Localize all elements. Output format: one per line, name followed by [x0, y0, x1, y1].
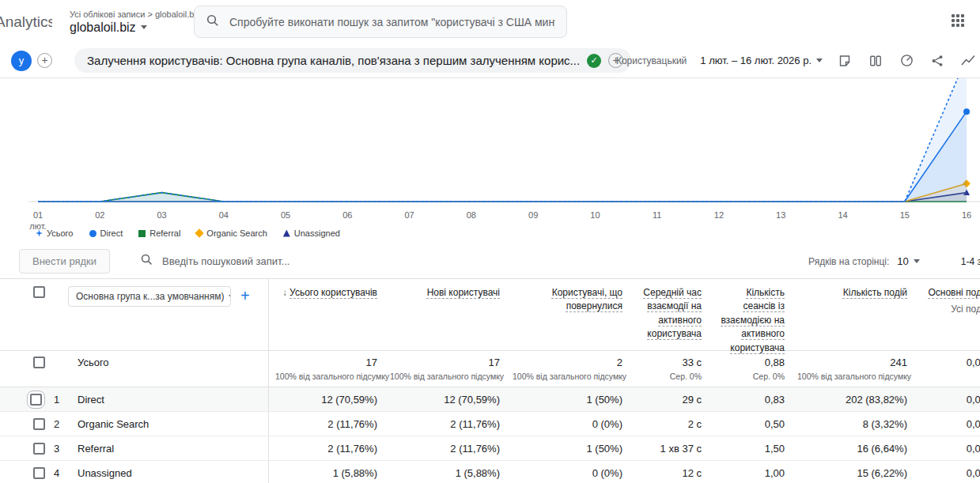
metric-value: 29 с	[629, 387, 708, 411]
triangle-marker-icon	[283, 230, 290, 237]
share-icon[interactable]	[929, 52, 946, 70]
metric-value: 1,00	[708, 461, 791, 483]
add-dimension-button[interactable]: +	[240, 286, 250, 305]
totals-metric-cell: 17100% від загального підсумку	[384, 351, 506, 381]
column-header[interactable]: Кількість сеансів із взаємодією на актив…	[708, 279, 791, 355]
column-header[interactable]: Основні подіїУсі події	[914, 279, 980, 317]
table-search-input[interactable]	[162, 255, 384, 267]
x-axis-label: 12	[702, 209, 736, 221]
table-row: 3Referral2 (11,76%)2 (11,76%)1 (50%)1 хв…	[0, 436, 980, 461]
circle-marker-icon	[89, 230, 96, 237]
x-axis-label: 13	[763, 209, 798, 221]
row-index: 2	[54, 418, 66, 430]
metric-value: 2 (11,76%)	[384, 436, 506, 460]
edit-rows-button[interactable]: Внести рядки	[19, 249, 110, 274]
apps-grid-icon[interactable]	[952, 14, 966, 28]
x-axis-label: 14	[826, 209, 861, 221]
totals-metric-cell: 2100% від загального підсумку	[506, 351, 629, 381]
column-header[interactable]: Нові користувачі	[384, 279, 506, 300]
legend-item[interactable]: Unassigned	[283, 228, 340, 238]
table-row: 2Organic Search2 (11,76%)2 (11,76%)0 (0%…	[0, 412, 980, 436]
date-range-picker[interactable]: 1 лют. – 16 лют. 2026 р.	[700, 55, 823, 66]
select-all-checkbox[interactable]	[33, 286, 45, 298]
totals-row: Усього 17100% від загального підсумку171…	[0, 351, 980, 387]
legend-item[interactable]: Усього	[36, 228, 74, 238]
metric-value: 0,83	[708, 387, 791, 411]
breadcrumb[interactable]: Усі облікові записи > globaloil.biz	[70, 9, 200, 19]
column-header[interactable]: Користувачі, що повернулися	[506, 279, 629, 314]
metric-value: 1 хв 37 с	[629, 436, 708, 460]
data-table: Основна група к...за умовчанням) + ↓Усьо…	[0, 278, 980, 483]
chart-plot	[0, 78, 980, 206]
report-title-pill[interactable]: Залучення користувачів: Основна група ка…	[74, 48, 631, 73]
totals-metric-cell: 33 сСер. 0%	[629, 351, 708, 381]
row-checkbox[interactable]	[33, 467, 45, 479]
x-axis-label: 07	[392, 209, 427, 221]
column-header[interactable]: Середній час взаємодії на активного кори…	[629, 279, 708, 341]
account-selector[interactable]: globaloil.biz	[70, 21, 200, 35]
totals-checkbox[interactable]	[33, 357, 45, 368]
note-icon[interactable]	[836, 52, 853, 70]
table-search[interactable]	[140, 253, 384, 270]
metric-value: 1 (5,88%)	[384, 461, 506, 483]
metric-value: 12 с	[629, 461, 708, 483]
columns-icon[interactable]	[867, 52, 884, 70]
table-header-row: Основна група к...за умовчанням) + ↓Усьо…	[0, 278, 980, 351]
row-index: 1	[54, 394, 66, 406]
dimension-cell: 3Referral	[47, 436, 269, 460]
rows-per-page-label: Рядків на сторінці:	[808, 256, 889, 267]
search-input[interactable]	[229, 16, 555, 28]
legend-item[interactable]: Direct	[89, 228, 123, 238]
pagination-range: 1-4 з 4	[961, 256, 980, 267]
square-marker-icon	[138, 230, 146, 237]
dimension-selector[interactable]: Основна група к...за умовчанням)	[68, 286, 231, 307]
avatar[interactable]: у	[11, 51, 32, 71]
row-checkbox[interactable]	[33, 443, 45, 455]
x-axis-label: 05	[268, 209, 303, 221]
x-axis-label: 02	[82, 209, 117, 221]
x-axis-label: 04	[206, 209, 241, 221]
metric-value: 12 (70,59%)	[384, 387, 506, 411]
metric-value: 12 (70,59%)	[269, 387, 384, 411]
metric-value: 1,50	[708, 436, 791, 460]
row-checkbox[interactable]	[33, 418, 45, 430]
dimension-cell: 1Direct	[47, 387, 269, 411]
insights-icon[interactable]	[959, 52, 977, 70]
metric-value: 2 (11,76%)	[384, 412, 506, 436]
chart-legend: УсьогоDirectReferralOrganic SearchUnassi…	[36, 228, 340, 238]
global-search[interactable]	[194, 6, 567, 38]
rows-per-page-select[interactable]: 10	[897, 255, 919, 267]
column-header[interactable]: Кількість подій	[791, 279, 914, 300]
legend-item[interactable]: Organic Search	[196, 228, 267, 238]
channel-name: Direct	[78, 394, 104, 406]
metric-value: 0,50	[708, 412, 791, 436]
search-icon	[140, 253, 153, 270]
sort-arrow-icon: ↓	[282, 287, 287, 298]
x-axis-label: 09	[516, 209, 551, 221]
events-filter-select[interactable]: Усі події	[920, 303, 980, 316]
totals-label: Усього	[78, 357, 109, 368]
totals-checkbox-cell	[0, 351, 47, 368]
add-comparison-button[interactable]: +	[37, 53, 52, 68]
diamond-marker-icon	[195, 228, 204, 237]
metric-value: 2 с	[629, 412, 708, 436]
metric-value: 202 (83,82%)	[791, 387, 914, 411]
table-row: 1Direct12 (70,59%)12 (70,59%)1 (50%)29 с…	[0, 387, 980, 412]
totals-label-cell: Усього	[47, 351, 269, 387]
metric-value: 0,00	[914, 461, 980, 483]
row-checkbox[interactable]	[30, 394, 42, 406]
chevron-down-icon	[914, 259, 920, 263]
column-header[interactable]: ↓Усього користувачів	[269, 279, 384, 300]
table-row: 4Unassigned1 (5,88%)1 (5,88%)0 (0%)12 с1…	[0, 461, 980, 483]
metric-value: 2 (11,76%)	[269, 412, 384, 436]
row-checkbox-cell	[0, 461, 47, 483]
legend-item[interactable]: Referral	[138, 228, 180, 238]
x-axis-label: 11	[640, 209, 675, 221]
snapshot-icon[interactable]	[898, 52, 915, 70]
chevron-down-icon	[229, 295, 231, 299]
channel-name: Organic Search	[78, 418, 149, 430]
totals-metric-cell: 0,88Сер. 0%	[708, 351, 791, 381]
metric-value: 0,00	[914, 387, 980, 411]
top-app-bar: Analytics Усі облікові записи > globaloi…	[0, 0, 980, 43]
row-checkbox-cell	[0, 436, 47, 460]
